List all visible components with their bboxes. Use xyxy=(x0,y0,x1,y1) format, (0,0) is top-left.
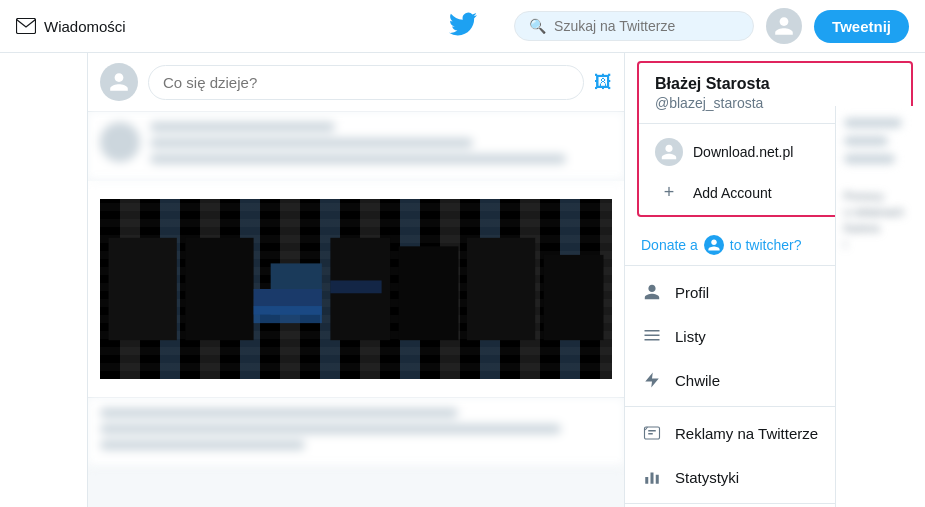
svg-rect-11 xyxy=(645,330,660,332)
svg-rect-0 xyxy=(17,19,36,34)
svg-rect-17 xyxy=(656,475,659,484)
lightning-icon xyxy=(641,371,663,389)
svg-rect-12 xyxy=(645,335,660,337)
svg-rect-13 xyxy=(645,339,660,341)
messages-label: Wiadomości xyxy=(44,18,126,35)
tweet-item xyxy=(88,112,624,181)
svg-rect-1 xyxy=(109,238,177,340)
compose-box: 🖼 xyxy=(88,53,624,112)
menu-label-listy: Listy xyxy=(675,328,706,345)
svg-rect-16 xyxy=(651,473,654,484)
messages-nav[interactable]: Wiadomości xyxy=(16,18,126,35)
tweet-button[interactable]: Tweetnij xyxy=(814,10,909,43)
twitter-logo[interactable] xyxy=(449,10,477,42)
add-account-label: Add Account xyxy=(693,185,772,201)
search-icon: 🔍 xyxy=(529,18,546,34)
menu-label-statystyki: Statystyki xyxy=(675,469,739,486)
envelope-icon xyxy=(16,18,36,34)
kariera-label: Kariera xyxy=(844,222,917,234)
user-avatar[interactable] xyxy=(766,8,802,44)
main-layout: 🖼 xyxy=(0,53,925,507)
account-name: Błażej Starosta xyxy=(655,75,895,93)
svg-rect-15 xyxy=(645,477,648,484)
svg-rect-9 xyxy=(254,306,322,323)
secondary-avatar xyxy=(655,138,683,166)
to-twitcher-link[interactable]: to twitcher? xyxy=(730,237,802,253)
topnav: Wiadomości 🔍 Tweetnij xyxy=(0,0,925,53)
svg-rect-2 xyxy=(185,238,253,340)
pomocy-label: Pomocy xyxy=(844,190,917,202)
list-icon xyxy=(641,327,663,345)
donate-icon xyxy=(704,235,724,255)
topnav-right: 🔍 Tweetnij xyxy=(514,8,909,44)
donate-link[interactable]: Donate a xyxy=(641,237,698,253)
svg-rect-8 xyxy=(544,255,604,340)
far-right-blur: Pomocy o reklamach Kariera i xyxy=(836,106,925,266)
left-sidebar xyxy=(0,53,88,507)
o-reklamach-label: o reklamach xyxy=(844,206,917,218)
search-bar[interactable]: 🔍 xyxy=(514,11,754,41)
svg-rect-7 xyxy=(467,238,535,340)
tweet-image-item xyxy=(88,181,624,398)
image-icon[interactable]: 🖼 xyxy=(594,72,612,93)
menu-label-chwile: Chwile xyxy=(675,372,720,389)
feed: 🖼 xyxy=(88,53,625,507)
tweet-image-content xyxy=(100,199,612,379)
svg-rect-6 xyxy=(399,246,459,340)
far-right-panel: Pomocy o reklamach Kariera i xyxy=(835,106,925,507)
tweet-item-2 xyxy=(88,398,624,467)
bar-chart-icon xyxy=(641,468,663,486)
svg-rect-10 xyxy=(330,280,381,293)
compose-input[interactable] xyxy=(148,65,584,100)
ad-icon xyxy=(641,424,663,442)
menu-label-profil: Profil xyxy=(675,284,709,301)
secondary-account-name: Download.net.pl xyxy=(693,144,793,160)
menu-label-reklamy: Reklamy na Twitterze xyxy=(675,425,818,442)
i-label: i xyxy=(844,238,917,250)
compose-avatar xyxy=(100,63,138,101)
search-input[interactable] xyxy=(554,18,734,34)
person-icon xyxy=(641,283,663,301)
tweet-image xyxy=(100,199,612,379)
plus-icon: + xyxy=(655,182,683,203)
